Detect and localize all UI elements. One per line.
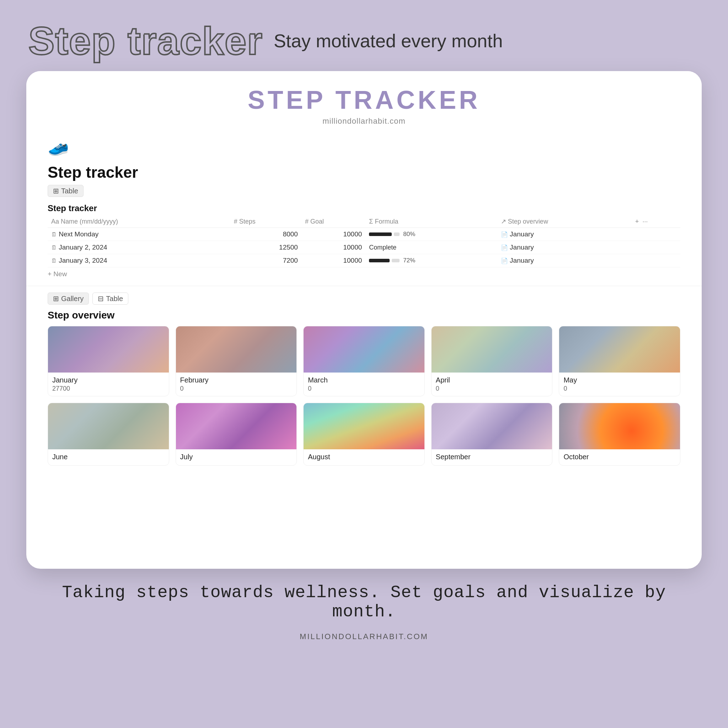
card-header: STEP TRACKER milliondollarhabit.com — [26, 71, 702, 133]
gallery-card[interactable]: May 0 — [559, 326, 681, 396]
gallery-card[interactable]: March 0 — [303, 326, 425, 396]
new-row-button[interactable]: + New — [26, 267, 702, 281]
gallery-card[interactable]: June — [47, 403, 169, 466]
gallery-card-value: 0 — [436, 385, 548, 392]
table-tab-label: Table — [61, 187, 78, 195]
page-title: Step tracker — [26, 160, 702, 181]
main-title-outline: Step tracker — [28, 21, 263, 60]
table-grid-icon: ⊞ — [53, 187, 59, 195]
table-icon2: ⊟ — [98, 294, 104, 303]
table-row[interactable]: 🗓 January 3, 2024 7200 10000 72% 📄 Janua… — [47, 254, 681, 267]
cell-name: 🗓 Next Monday — [47, 228, 230, 241]
gallery-card-month: October — [563, 453, 676, 461]
gallery-card-month: May — [563, 376, 676, 384]
col-add[interactable]: + ··· — [632, 216, 681, 228]
gallery-card-image — [48, 403, 169, 449]
cell-step-overview[interactable]: 📄 January — [497, 241, 632, 254]
gallery-card-value: 0 — [180, 385, 292, 392]
table-view-tab[interactable]: ⊞ Table — [47, 185, 84, 197]
gallery-card[interactable]: February 0 — [176, 326, 297, 396]
gallery-card-info: September — [431, 449, 552, 465]
gallery-card-info: April 0 — [431, 373, 552, 396]
cell-extra — [632, 241, 681, 254]
gallery-card[interactable]: January 27700 — [47, 326, 169, 396]
bottom-description: Taking steps towards wellness. Set goals… — [0, 569, 728, 629]
table-view-tab2[interactable]: ⊟ Table — [92, 292, 128, 304]
gallery-card-info: March 0 — [304, 373, 424, 396]
gallery-card-value: 27700 — [52, 385, 165, 392]
gallery-card[interactable]: September — [431, 403, 553, 466]
tracker-section-title: Step tracker — [26, 200, 702, 216]
col-formula: Σ Formula — [366, 216, 497, 228]
cell-step-overview[interactable]: 📄 January — [497, 254, 632, 267]
gallery-card[interactable]: August — [303, 403, 425, 466]
cell-formula: 80% — [366, 228, 497, 241]
cell-steps: 12500 — [230, 241, 301, 254]
gallery-card[interactable]: July — [176, 403, 297, 466]
gallery-view-tab[interactable]: ⊞ Gallery — [47, 292, 89, 304]
gallery-card-month: March — [308, 376, 420, 384]
tracker-table: Aa Name (mm/dd/yyyy) # Steps # Goal Σ Fo… — [47, 216, 681, 267]
gallery-card-month: August — [308, 453, 420, 461]
gallery-card-image — [431, 403, 552, 449]
gallery-card[interactable]: April 0 — [431, 326, 553, 396]
card-title: STEP TRACKER — [47, 85, 681, 115]
gallery-card-image — [48, 326, 169, 373]
col-steps: # Steps — [230, 216, 301, 228]
view-tabs: ⊞ Table — [26, 181, 702, 200]
cell-name: 🗓 January 3, 2024 — [47, 254, 230, 267]
gallery-card-info: June — [48, 449, 169, 465]
gallery-card-image — [304, 326, 424, 373]
gallery-card-info: July — [176, 449, 297, 465]
cell-name: 🗓 January 2, 2024 — [47, 241, 230, 254]
gallery-card-month: January — [52, 376, 165, 384]
cell-formula: 72% — [366, 254, 497, 267]
top-header: Step tracker Stay motivated every month — [0, 0, 728, 71]
gallery-card-info: August — [304, 449, 424, 465]
gallery-card-month: February — [180, 376, 292, 384]
gallery-card-info: May 0 — [559, 373, 680, 396]
main-card: STEP TRACKER milliondollarhabit.com 👟 St… — [26, 71, 702, 569]
table-row[interactable]: 🗓 Next Monday 8000 10000 80% 📄 January — [47, 228, 681, 241]
gallery-card[interactable]: October — [559, 403, 681, 466]
gallery-card-value: 0 — [563, 385, 676, 392]
gallery-card-value: 0 — [308, 385, 420, 392]
cell-extra — [632, 228, 681, 241]
gallery-card-month: June — [52, 453, 165, 461]
col-step-overview: ↗ Step overview — [497, 216, 632, 228]
gallery-card-month: September — [436, 453, 548, 461]
table-row[interactable]: 🗓 January 2, 2024 12500 10000 Complete 📄… — [47, 241, 681, 254]
overview-section-title: Step overview — [26, 306, 702, 326]
gallery-card-info: October — [559, 449, 680, 465]
gallery-icon: ⊞ — [53, 294, 59, 303]
footer-url: MILLIONDOLLARHABIT.COM — [0, 629, 728, 645]
cell-goal: 10000 — [301, 228, 366, 241]
cell-goal: 10000 — [301, 254, 366, 267]
section-divider — [26, 286, 702, 286]
gallery-card-image — [304, 403, 424, 449]
gallery-card-info: January 27700 — [48, 373, 169, 396]
gallery-grid: January 27700 February 0 March 0 April 0 — [26, 326, 702, 473]
gallery-card-image — [431, 326, 552, 373]
gallery-card-month: April — [436, 376, 548, 384]
gallery-card-month: July — [180, 453, 292, 461]
shoe-icon-area: 👟 — [26, 133, 702, 160]
gallery-card-info: February 0 — [176, 373, 297, 396]
gallery-tabs: ⊞ Gallery ⊟ Table — [26, 291, 702, 306]
gallery-tab-label: Gallery — [61, 295, 84, 303]
table-tab-label2: Table — [106, 295, 123, 303]
gallery-card-image — [559, 326, 680, 373]
gallery-card-image — [559, 403, 680, 449]
col-goal: # Goal — [301, 216, 366, 228]
cell-extra — [632, 254, 681, 267]
cell-step-overview[interactable]: 📄 January — [497, 228, 632, 241]
cell-goal: 10000 — [301, 241, 366, 254]
main-subtitle: Stay motivated every month — [274, 30, 503, 52]
gallery-card-image — [176, 326, 297, 373]
cell-steps: 7200 — [230, 254, 301, 267]
cell-steps: 8000 — [230, 228, 301, 241]
card-website: milliondollarhabit.com — [47, 116, 681, 126]
col-name: Aa Name (mm/dd/yyyy) — [47, 216, 230, 228]
shoe-icon: 👟 — [47, 136, 69, 156]
gallery-card-image — [176, 403, 297, 449]
